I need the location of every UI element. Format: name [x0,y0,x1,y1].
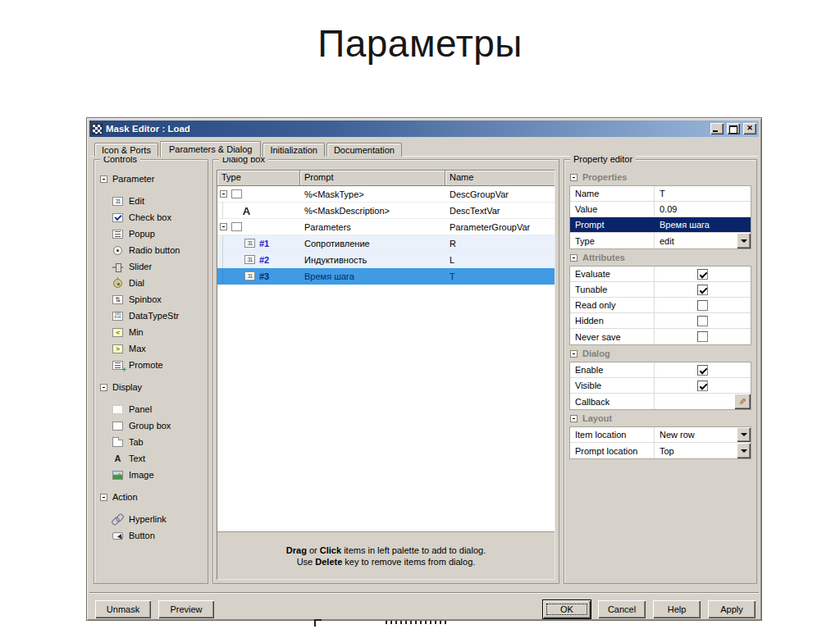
collapse-icon[interactable] [100,494,107,501]
palette-item-dial[interactable]: Dial [94,275,208,291]
property-row-type[interactable]: Type edit [570,233,751,248]
tab-parameters-dialog[interactable]: Parameters & Dialog [160,141,262,157]
maximize-icon[interactable] [727,123,740,134]
max-icon [112,344,123,353]
never-save-checkbox[interactable] [697,331,708,342]
section-dialog[interactable]: Dialog [569,345,751,362]
tunable-checkbox[interactable] [697,285,708,295]
table-row[interactable]: Parameters ParameterGroupVar [217,219,555,235]
palette-item-image[interactable]: Image [94,467,208,483]
collapse-icon[interactable] [100,384,107,391]
enable-checkbox[interactable] [697,365,708,376]
column-header-type[interactable]: Type [217,171,300,186]
property-row-callback[interactable]: Callback [570,394,751,409]
dialog-box-panel: Dialog box Type Prompt Name %<MaskType> … [212,159,559,584]
groupbox-icon [112,422,123,431]
palette-item-tab[interactable]: Tab [94,434,208,450]
tab-icon-ports[interactable]: Icon & Ports [94,143,158,157]
property-row-prompt-location[interactable]: Prompt location Top [570,443,751,458]
palette-item-check-box[interactable]: Check box [94,209,208,226]
read-only-checkbox[interactable] [697,300,708,311]
property-row-never-save[interactable]: Never save [570,329,751,344]
minimize-icon[interactable] [710,123,724,134]
table-row[interactable]: #1 Сопротивление R [217,235,555,252]
collapse-icon[interactable] [570,415,578,422]
hidden-checkbox[interactable] [697,316,708,326]
property-row-hidden[interactable]: Hidden [570,313,751,329]
min-icon [112,328,123,337]
collapse-icon[interactable] [100,175,107,183]
edit-callback-pencil-icon[interactable] [734,394,751,409]
spinbox-icon [112,295,123,304]
palette-item-promote[interactable]: Promote [94,357,208,373]
property-row-evaluate[interactable]: Evaluate [570,267,751,282]
property-row-name[interactable]: Name T [570,186,751,202]
palette-group-action[interactable]: Action [94,489,208,505]
window-titlebar[interactable]: Mask Editor : Load [89,121,759,137]
apply-button[interactable]: Apply [708,600,756,618]
palette-item-button[interactable]: Button [94,527,208,544]
preview-button[interactable]: Preview [158,600,214,618]
prompt-location-value[interactable]: Top [660,446,674,456]
palette-item-group-box[interactable]: Group box [94,417,208,434]
table-row-selected[interactable]: #3 Время шага T [217,268,555,285]
column-header-name[interactable]: Name [445,171,555,186]
collapse-icon[interactable] [570,174,578,181]
palette-item-slider[interactable]: Slider [94,258,208,275]
table-empty-area[interactable] [217,285,555,531]
table-row[interactable]: %<MaskType> DescGroupVar [217,186,555,203]
unmask-button[interactable]: Unmask [95,600,151,618]
property-row-read-only[interactable]: Read only [570,298,751,313]
palette-item-popup[interactable]: Popup [94,226,208,242]
attributes-grid: Evaluate Tunable Read only Hidden Never … [569,266,751,345]
table-row[interactable]: #2 Индуктивность L [217,252,555,268]
column-header-prompt[interactable]: Prompt [300,171,445,186]
help-button[interactable]: Help [653,600,701,618]
palette-item-text[interactable]: Text [94,450,208,467]
palette-item-radio-button[interactable]: Radio button [94,242,208,258]
palette-item-max[interactable]: Max [94,340,208,357]
type-value[interactable]: edit [660,236,674,246]
prompt-value[interactable]: Время шага [655,217,751,232]
tab-documentation[interactable]: Documentation [326,143,402,157]
section-attributes[interactable]: Attributes [569,249,751,266]
collapse-icon[interactable] [570,350,578,358]
section-properties[interactable]: Properties [569,169,751,185]
table-row[interactable]: %<MaskDescription> DescTextVar [217,203,555,219]
palette-item-hyperlink[interactable]: Hyperlink [94,511,208,527]
evaluate-checkbox[interactable] [697,269,708,280]
name-value[interactable]: T [655,186,751,201]
collapse-icon[interactable] [220,190,227,198]
palette-group-display[interactable]: Display [94,379,208,395]
close-icon[interactable] [743,123,756,134]
item-location-value[interactable]: New row [660,430,695,440]
property-row-visible[interactable]: Visible [570,378,751,394]
palette-item-datatypestr[interactable]: DataTypeStr [94,308,208,324]
palette-group-parameter[interactable]: Parameter [94,171,208,187]
property-row-prompt-selected[interactable]: Prompt Время шага [570,217,751,233]
layout-grid: Item location New row Prompt location To… [569,426,751,459]
popup-icon [112,230,123,239]
ok-button[interactable]: OK [543,600,591,618]
collapse-icon[interactable] [570,254,578,262]
tab-initialization[interactable]: Initialization [262,143,324,157]
chevron-down-icon[interactable] [737,443,751,458]
cancel-button[interactable]: Cancel [598,600,646,618]
section-layout[interactable]: Layout [569,410,751,426]
palette-item-min[interactable]: Min [94,324,208,340]
chevron-down-icon[interactable] [737,427,751,442]
chevron-down-icon[interactable] [737,233,751,248]
edit-icon [244,239,255,248]
property-row-value[interactable]: Value 0.09 [570,202,751,217]
collapse-icon[interactable] [220,223,227,230]
table-header: Type Prompt Name [217,171,555,186]
visible-checkbox[interactable] [697,381,708,391]
property-row-item-location[interactable]: Item location New row [570,427,751,443]
palette-item-spinbox[interactable]: Spinbox [94,291,208,308]
property-row-tunable[interactable]: Tunable [570,282,751,298]
edit-icon [244,255,255,264]
palette-item-panel[interactable]: Panel [94,401,208,417]
value-value[interactable]: 0.09 [655,202,751,217]
palette-item-edit[interactable]: Edit [94,193,208,209]
property-row-enable[interactable]: Enable [570,362,751,378]
